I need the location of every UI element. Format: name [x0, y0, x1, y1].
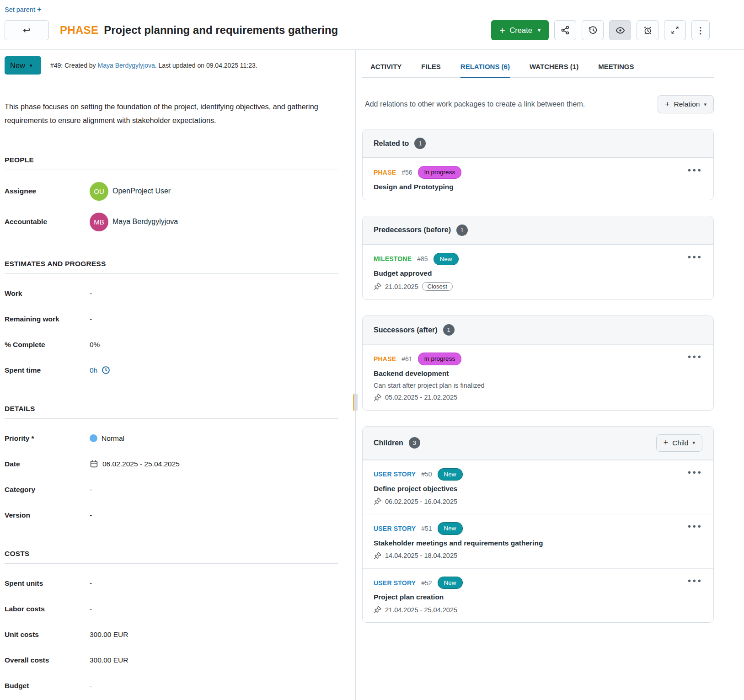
status-badge: New: [434, 253, 459, 266]
add-child-button[interactable]: + Child ▾: [656, 434, 702, 452]
plus-icon: +: [499, 26, 505, 35]
assignee-name[interactable]: OpenProject User: [112, 187, 171, 195]
labor-costs-label: Labor costs: [5, 605, 90, 613]
row-menu-button[interactable]: ●●●: [685, 351, 705, 362]
version-row: Version -: [5, 509, 338, 521]
wp-type-label[interactable]: MILESTONE: [374, 255, 412, 262]
version-field[interactable]: -: [90, 511, 92, 519]
wp-title-link[interactable]: Backend development: [374, 369, 702, 378]
date-field[interactable]: 06.02.2025 - 25.04.2025: [90, 460, 180, 468]
relation-row: USER STORY #50 New Define project object…: [363, 460, 713, 514]
ellipsis-icon: ●●●: [687, 469, 702, 476]
wp-dates: 21.04.2025 - 25.04.2025: [385, 606, 457, 614]
wp-id[interactable]: #51: [421, 525, 432, 532]
accountable-field[interactable]: MB Maya Berdygylyjova: [90, 213, 178, 231]
wp-dates: 14.04.2025 - 18.04.2025: [385, 552, 457, 559]
assignee-row: Assignee OU OpenProject User: [5, 182, 338, 201]
work-field[interactable]: -: [90, 289, 92, 298]
plus-icon: +: [37, 5, 41, 14]
toolbar: + Create ▾ ⋮: [491, 20, 710, 40]
count-badge: 1: [414, 138, 426, 149]
wp-dates: 06.02.2025 - 16.04.2025: [385, 498, 457, 505]
wp-id[interactable]: #52: [421, 579, 432, 587]
assignee-field[interactable]: OU OpenProject User: [90, 182, 171, 201]
status-dropdown[interactable]: New ▾: [5, 56, 41, 75]
description-field[interactable]: This phase focuses on setting the founda…: [5, 100, 335, 128]
reminder-button[interactable]: [637, 20, 658, 40]
share-icon: [561, 26, 570, 35]
relation-row: PHASE #61 In progress Backend developmen…: [363, 344, 713, 410]
priority-field[interactable]: Normal: [90, 434, 124, 443]
back-button[interactable]: ↩: [5, 20, 49, 40]
wp-type-label[interactable]: PHASE: [374, 169, 396, 176]
section-costs: COSTS: [5, 550, 338, 564]
add-relation-button[interactable]: + Relation ▾: [658, 95, 714, 113]
row-menu-button[interactable]: ●●●: [685, 251, 705, 262]
percent-complete-field[interactable]: 0%: [90, 341, 100, 349]
wp-type-label[interactable]: USER STORY: [374, 579, 416, 587]
spent-units-field[interactable]: -: [90, 579, 92, 588]
tab-watchers[interactable]: WATCHERS (1): [530, 63, 578, 77]
wp-type-label[interactable]: PHASE: [374, 355, 396, 363]
unit-costs-field[interactable]: 300.00 EUR: [90, 631, 128, 639]
labor-costs-field[interactable]: -: [90, 605, 92, 613]
wp-id[interactable]: #50: [421, 470, 432, 478]
overall-costs-field[interactable]: 300.00 EUR: [90, 656, 128, 664]
clock-icon[interactable]: [102, 366, 110, 374]
budget-field[interactable]: -: [90, 682, 92, 690]
tab-relations[interactable]: RELATIONS (6): [460, 63, 510, 77]
row-menu-button[interactable]: ●●●: [685, 165, 705, 175]
watch-button[interactable]: [609, 20, 631, 40]
row-menu-button[interactable]: ●●●: [685, 575, 705, 586]
labor-costs-row: Labor costs -: [5, 603, 338, 615]
row-menu-button[interactable]: ●●●: [685, 467, 705, 477]
set-parent-link[interactable]: Set parent+: [5, 5, 41, 14]
spent-time-link[interactable]: 0h: [90, 366, 97, 374]
overall-costs-row: Overall costs 300.00 EUR: [5, 654, 338, 666]
wp-id[interactable]: #56: [401, 169, 412, 176]
category-field[interactable]: -: [90, 486, 92, 494]
percent-complete-label: % Complete: [5, 341, 90, 349]
wp-type-label[interactable]: USER STORY: [374, 525, 416, 532]
ellipsis-icon: ●●●: [687, 253, 702, 260]
row-menu-button[interactable]: ●●●: [685, 521, 705, 531]
wp-dates: 21.01.2025: [385, 283, 418, 290]
tab-activity[interactable]: ACTIVITY: [370, 63, 401, 77]
card-title: Related to: [374, 139, 409, 148]
wp-dates: 05.02.2025 - 21.02.2025: [385, 394, 457, 401]
relations-panel: ACTIVITY FILES RELATIONS (6) WATCHERS (1…: [356, 50, 744, 700]
calendar-icon: [90, 460, 98, 468]
remaining-work-field[interactable]: -: [90, 315, 92, 323]
closest-tag: Closest: [422, 282, 453, 291]
create-button[interactable]: + Create ▾: [491, 20, 549, 40]
meta-text: #49: Created by Maya Berdygylyjova. Last…: [50, 62, 257, 69]
card-title: Children: [374, 439, 403, 447]
wp-title-link[interactable]: Stakeholder meetings and requirements ga…: [374, 539, 702, 547]
accountable-name[interactable]: Maya Berdygylyjova: [112, 218, 178, 226]
assignee-label: Assignee: [5, 187, 90, 195]
remaining-work-row: Remaining work -: [5, 313, 338, 325]
accountable-row: Accountable MB Maya Berdygylyjova: [5, 213, 338, 231]
more-menu-button[interactable]: ⋮: [691, 20, 710, 40]
tab-files[interactable]: FILES: [421, 63, 441, 77]
kebab-icon: ⋮: [696, 25, 705, 36]
wp-type-label[interactable]: USER STORY: [374, 470, 416, 478]
wp-id[interactable]: #61: [401, 355, 412, 363]
wp-title-link[interactable]: Design and Prototyping: [374, 183, 702, 191]
caret-down-icon: ▾: [538, 27, 541, 33]
wp-id[interactable]: #85: [417, 255, 428, 262]
count-badge: 1: [443, 324, 455, 336]
fullscreen-button[interactable]: [664, 20, 686, 40]
date-row: Date 06.02.2025 - 25.04.2025: [5, 458, 338, 470]
share-button[interactable]: [554, 20, 576, 40]
tab-meetings[interactable]: MEETINGS: [598, 63, 634, 77]
plus-icon: +: [664, 438, 669, 448]
panel-resize-handle[interactable]: [353, 394, 358, 411]
date-value: 06.02.2025 - 25.04.2025: [102, 460, 180, 468]
author-link[interactable]: Maya Berdygylyjova: [98, 62, 155, 69]
wp-title-link[interactable]: Project plan creation: [374, 593, 702, 601]
history-button[interactable]: [582, 20, 604, 40]
wp-title-link[interactable]: Define project objectives: [374, 485, 702, 493]
status-badge: New: [438, 577, 463, 589]
wp-title-link[interactable]: Budget approved: [374, 269, 702, 278]
